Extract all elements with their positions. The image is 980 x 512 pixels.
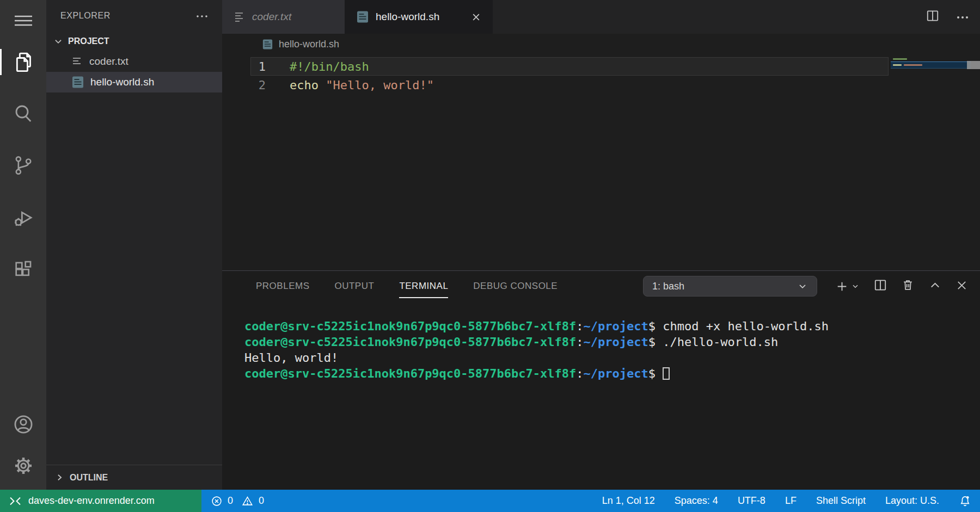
remote-indicator[interactable]: daves-dev-env.onrender.com [0, 490, 201, 512]
sidebar-title: EXPLORER [60, 11, 111, 21]
indentation[interactable]: Spaces: 4 [675, 495, 718, 507]
keyboard-layout[interactable]: Layout: U.S. [885, 495, 939, 507]
file-label: coder.txt [89, 55, 128, 67]
panel-tab-label: TERMINAL [399, 281, 448, 292]
line-number: 1 [222, 60, 266, 73]
tab-debug-console[interactable]: DEBUG CONSOLE [473, 271, 558, 301]
terminal-line: coder@srv-c5225ic1nok9n67p9qc0-5877b6bc7… [244, 366, 975, 381]
panel-tab-label: DEBUG CONSOLE [473, 281, 558, 292]
menu-icon[interactable] [0, 4, 46, 37]
split-terminal-icon[interactable] [873, 278, 887, 294]
remote-host-label: daves-dev-env.onrender.com [28, 495, 155, 507]
terminal-line: Hello, world! [244, 350, 975, 366]
line-number: 2 [222, 78, 266, 92]
terminal-line: coder@srv-c5225ic1nok9n67p9qc0-5877b6bc7… [244, 318, 975, 334]
code-line[interactable]: 2echo "Hello, world!" [222, 76, 980, 94]
text-file-icon [234, 11, 245, 22]
tab-bar: coder.txt hello-world.sh [222, 0, 980, 34]
close-panel-icon[interactable] [955, 279, 968, 294]
editor-actions [926, 0, 969, 34]
settings-gear-icon[interactable] [0, 449, 46, 482]
chevron-down-icon [851, 282, 860, 291]
code-line[interactable]: 1#!/bin/bash [222, 57, 980, 76]
line-content: #!/bin/bash [290, 60, 369, 73]
new-terminal-button[interactable] [835, 280, 860, 293]
terminal-line: coder@srv-c5225ic1nok9n67p9qc0-5877b6bc7… [244, 334, 975, 350]
notifications-bell-icon[interactable] [959, 495, 971, 508]
file-label: hello-world.sh [90, 76, 154, 88]
split-editor-icon[interactable] [926, 9, 940, 25]
code-editor[interactable]: 1#!/bin/bash2echo "Hello, world!" [222, 54, 980, 270]
shell-file-icon [357, 10, 369, 23]
explorer-icon[interactable] [0, 46, 46, 78]
search-icon[interactable] [0, 97, 46, 129]
close-icon[interactable] [471, 13, 481, 22]
encoding[interactable]: UTF-8 [738, 495, 765, 507]
panel-tabs: PROBLEMS OUTPUT TERMINAL DEBUG CONSOLE [256, 271, 558, 301]
error-icon [211, 495, 223, 507]
vscode-window: EXPLORER PROJECT coder.txt hello-world.s… [0, 0, 980, 512]
tab-label: coder.txt [252, 11, 291, 23]
status-bar-right: Ln 1, Col 12 Spaces: 4 UTF-8 LF Shell Sc… [602, 495, 980, 508]
sidebar-item-coder-txt[interactable]: coder.txt [46, 51, 222, 72]
tab-label: hello-world.sh [376, 11, 439, 23]
section-label: PROJECT [68, 36, 109, 46]
tab-problems[interactable]: PROBLEMS [256, 271, 309, 301]
remote-icon [9, 496, 21, 506]
text-file-icon [72, 56, 83, 67]
chevron-down-icon [53, 36, 63, 46]
maximize-panel-icon[interactable] [928, 279, 942, 294]
panel-tab-label: PROBLEMS [256, 281, 309, 292]
code-lines: 1#!/bin/bash2echo "Hello, world!" [222, 54, 980, 94]
more-actions-icon[interactable] [956, 12, 969, 22]
scrollbar-handle[interactable] [967, 61, 980, 69]
eol-sequence[interactable]: LF [785, 495, 797, 507]
plus-icon [835, 280, 849, 293]
shell-file-icon [72, 76, 84, 89]
terminal-cursor [663, 367, 670, 380]
error-count: 0 [228, 495, 233, 507]
tab-output[interactable]: OUTPUT [334, 271, 374, 301]
cursor-position[interactable]: Ln 1, Col 12 [602, 495, 655, 507]
source-control-icon[interactable] [0, 149, 46, 182]
tab-terminal[interactable]: TERMINAL [399, 271, 448, 301]
terminal-shell-select[interactable]: 1: bash [643, 276, 817, 297]
shell-select-value: 1: bash [652, 281, 684, 292]
more-actions-icon[interactable] [196, 11, 208, 21]
chevron-down-icon [797, 281, 808, 292]
problems-status[interactable]: 0 0 [211, 495, 267, 507]
sidebar-item-hello-world-sh[interactable]: hello-world.sh [46, 72, 222, 92]
run-debug-icon[interactable] [0, 201, 46, 234]
outline-label: OUTLINE [70, 473, 108, 483]
chevron-right-icon [55, 473, 64, 482]
sidebar-explorer: EXPLORER PROJECT coder.txt hello-world.s… [46, 0, 222, 490]
panel-tab-label: OUTPUT [334, 281, 374, 292]
tab-coder-txt[interactable]: coder.txt [222, 0, 345, 34]
panel-header: PROBLEMS OUTPUT TERMINAL DEBUG CONSOLE 1… [222, 271, 980, 301]
extensions-icon[interactable] [0, 254, 46, 286]
panel-actions: 1: bash [643, 276, 968, 297]
minimap[interactable] [891, 54, 967, 120]
kill-terminal-trash-icon[interactable] [901, 278, 915, 294]
warning-count: 0 [259, 495, 264, 507]
sidebar-header: EXPLORER [46, 0, 222, 32]
shell-file-icon [262, 39, 273, 50]
warning-icon [241, 495, 254, 507]
bottom-panel: PROBLEMS OUTPUT TERMINAL DEBUG CONSOLE 1… [222, 270, 980, 490]
breadcrumb[interactable]: hello-world.sh [222, 34, 980, 54]
terminal-output[interactable]: coder@srv-c5225ic1nok9n67p9qc0-5877b6bc7… [222, 301, 980, 490]
tab-hello-world-sh[interactable]: hello-world.sh [345, 0, 493, 34]
sidebar-section-outline[interactable]: OUTLINE [46, 465, 222, 490]
account-icon[interactable] [0, 408, 46, 441]
minimap-line [893, 58, 907, 60]
activity-bar-bottom [0, 408, 46, 490]
activity-bar [0, 0, 46, 490]
minimap-current-line [891, 61, 971, 69]
editor-region: coder.txt hello-world.sh [222, 0, 980, 490]
breadcrumb-file: hello-world.sh [279, 39, 339, 50]
main-area: EXPLORER PROJECT coder.txt hello-world.s… [0, 0, 980, 490]
status-bar: daves-dev-env.onrender.com 0 0 Ln 1, Col… [0, 490, 980, 512]
language-mode[interactable]: Shell Script [816, 495, 866, 507]
sidebar-section-project[interactable]: PROJECT [46, 32, 222, 51]
line-content: echo "Hello, world!" [290, 78, 434, 92]
